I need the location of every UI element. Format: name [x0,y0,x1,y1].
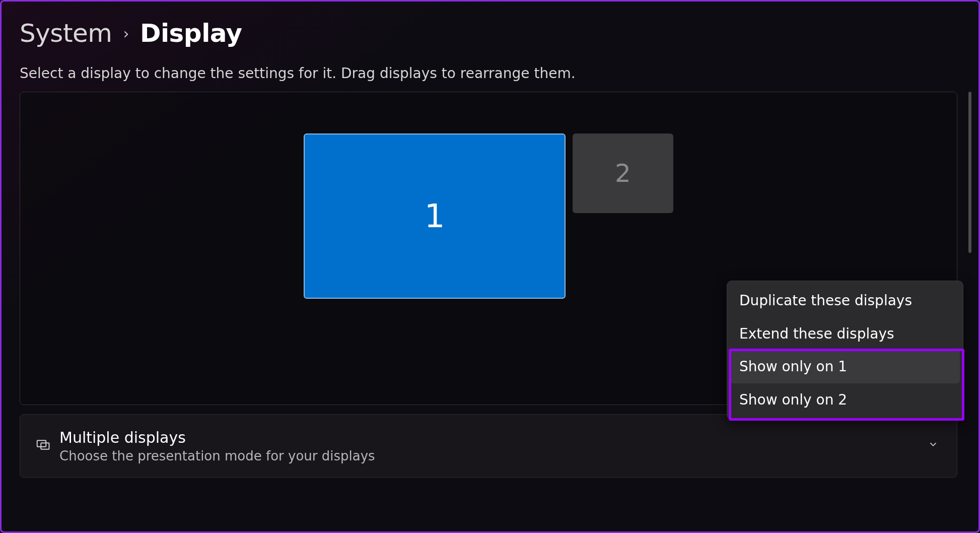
chevron-down-icon [928,439,939,453]
chevron-right-icon: › [123,25,129,42]
menu-item-show-only-1[interactable]: Show only on 1 [730,350,960,383]
breadcrumb: System › Display [20,19,960,48]
expander-title: Multiple displays [59,429,928,446]
multiple-displays-expander[interactable]: Multiple displays Choose the presentatio… [20,414,957,478]
breadcrumb-parent[interactable]: System [20,19,112,48]
menu-item-duplicate[interactable]: Duplicate these displays [730,284,960,317]
instruction-text: Select a display to change the settings … [20,65,960,82]
displays-icon [35,437,50,454]
menu-item-extend[interactable]: Extend these displays [730,317,960,351]
menu-item-show-only-2[interactable]: Show only on 2 [730,383,960,417]
svg-rect-0 [37,440,46,447]
display-tile-1[interactable]: 1 [304,134,566,299]
breadcrumb-current: Display [140,19,242,48]
svg-rect-1 [41,443,49,449]
expander-subtitle: Choose the presentation mode for your di… [59,448,928,463]
scrollbar[interactable] [968,92,971,253]
display-tile-2[interactable]: 2 [573,134,673,213]
presentation-mode-menu: Duplicate these displays Extend these di… [727,281,963,420]
